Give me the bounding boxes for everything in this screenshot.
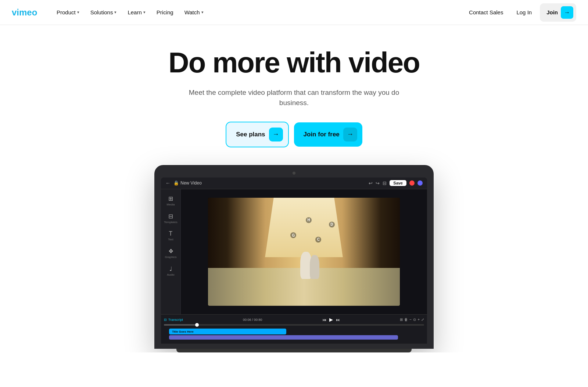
zoom-out-icon[interactable]: − — [409, 318, 412, 322]
nav-item-watch[interactable]: Watch ▾ — [179, 6, 209, 18]
annotation-h: H — [306, 217, 312, 223]
vimeo-logo[interactable]: vimeo — [12, 7, 41, 18]
editor-sidebar: ⊞ Media ⊟ Templates T Text — [161, 189, 181, 315]
split-icon[interactable]: ⊞ — [400, 318, 403, 322]
sidebar-tool-text[interactable]: T Text — [162, 228, 179, 243]
sidebar-tool-templates[interactable]: ⊟ Templates — [162, 211, 179, 226]
hero-buttons: See plans → Join for free → — [7, 122, 581, 147]
timeline-time: 00:06 / 00:80 — [243, 318, 262, 322]
toolbar-left: ← 🔒 New Video — [165, 180, 202, 186]
save-button[interactable]: Save — [390, 180, 406, 186]
svg-text:vimeo: vimeo — [12, 7, 37, 17]
nav-links: Product ▾ Solutions ▾ Learn ▾ Pricing Wa… — [51, 6, 464, 18]
annotation-g: G — [290, 232, 296, 238]
skip-back-icon[interactable]: ⏮ — [322, 318, 326, 322]
caption-icon[interactable]: ⊟ — [383, 180, 387, 186]
text-icon: T — [169, 230, 173, 237]
chevron-down-icon: ▾ — [114, 10, 116, 15]
nav-right: Contact Sales Log In Join → — [464, 3, 576, 22]
nav-item-learn[interactable]: Learn ▾ — [122, 6, 150, 18]
annotation-d: D — [329, 222, 335, 227]
sidebar-label: Audio — [167, 273, 174, 276]
templates-icon: ⊟ — [168, 213, 173, 220]
hero-subtitle: Meet the complete video platform that ca… — [184, 87, 404, 108]
editor-toolbar: ← 🔒 New Video ↩ ↪ ⊟ Save — [161, 178, 427, 189]
zoom-slider[interactable]: ⊙ — [413, 318, 416, 322]
laptop-body: ← 🔒 New Video ↩ ↪ ⊟ Save — [154, 165, 434, 349]
timeline-right-controls: ⊞ 🗑 − ⊙ + ⤢ — [400, 318, 424, 322]
video-track[interactable] — [169, 335, 398, 340]
laptop-foot — [176, 349, 412, 352]
see-plans-button[interactable]: See plans → — [226, 122, 288, 147]
delete-icon[interactable]: 🗑 — [404, 318, 408, 322]
chevron-down-icon: ▾ — [143, 10, 146, 15]
arrow-icon: → — [343, 128, 357, 141]
nav-item-solutions[interactable]: Solutions ▾ — [85, 6, 122, 18]
video-preview: H G D C — [208, 198, 400, 306]
laptop-screen: ← 🔒 New Video ↩ ↪ ⊟ Save — [161, 178, 427, 344]
editor-body: ⊞ Media ⊟ Templates T Text — [161, 189, 427, 315]
editor-main: H G D C — [181, 189, 427, 315]
transcript-label[interactable]: ⊟ Transcript — [164, 318, 183, 322]
chevron-down-icon: ▾ — [201, 10, 204, 15]
zoom-in-icon[interactable]: + — [417, 318, 420, 322]
nav-item-pricing[interactable]: Pricing — [151, 6, 179, 18]
laptop-wrapper: ← 🔒 New Video ↩ ↪ ⊟ Save — [154, 165, 434, 353]
join-free-button[interactable]: Join for free → — [294, 122, 362, 147]
sidebar-tool-media[interactable]: ⊞ Media — [162, 193, 179, 208]
editor-timeline: ⊟ Transcript 00:06 / 00:80 ⏮ ▶ ⏭ ⊞ — [161, 314, 427, 344]
media-icon: ⊞ — [168, 195, 173, 202]
lock-icon: 🔒 — [173, 180, 179, 186]
video-scene: H G D C — [208, 198, 400, 306]
play-button[interactable]: ▶ — [329, 317, 333, 322]
timeline-fill — [164, 324, 195, 326]
join-button[interactable]: Join → — [540, 3, 576, 22]
camera-row — [161, 172, 427, 175]
navbar: vimeo Product ▾ Solutions ▾ Learn ▾ Pric… — [0, 0, 588, 25]
login-link[interactable]: Log In — [511, 6, 537, 18]
chevron-down-icon: ▾ — [77, 10, 79, 15]
arrow-icon: → — [269, 128, 283, 141]
sidebar-label: Text — [168, 238, 173, 241]
timeline-controls: ⏮ ▶ ⏭ — [322, 317, 340, 322]
graphics-icon: ❖ — [168, 248, 173, 255]
sidebar-label: Templates — [164, 221, 177, 224]
join-arrow-icon: → — [561, 6, 573, 19]
audio-icon: ♩ — [169, 265, 172, 272]
annotation-c: C — [315, 237, 321, 243]
person-2 — [310, 255, 319, 279]
nav-item-product[interactable]: Product ▾ — [51, 6, 85, 18]
sidebar-tool-graphics[interactable]: ❖ Graphics — [162, 246, 179, 261]
caption-track[interactable]: Title Goes Here — [169, 329, 286, 334]
transcript-icon: ⊟ — [164, 318, 167, 322]
sidebar-label: Graphics — [165, 255, 176, 259]
toolbar-right: ↩ ↪ ⊟ Save — [369, 180, 423, 186]
webcam-dot — [293, 172, 295, 175]
sidebar-tool-audio[interactable]: ♩ Audio — [162, 263, 179, 279]
sidebar-label: Media — [167, 203, 175, 206]
timeline-top: ⊟ Transcript 00:06 / 00:80 ⏮ ▶ ⏭ ⊞ — [164, 317, 424, 322]
back-icon[interactable]: ← — [165, 180, 171, 186]
expand-icon[interactable]: ⤢ — [421, 318, 424, 322]
contact-sales-link[interactable]: Contact Sales — [464, 6, 508, 18]
redo-icon[interactable]: ↪ — [376, 180, 380, 186]
toolbar-title: 🔒 New Video — [173, 180, 202, 186]
share-button[interactable] — [417, 180, 423, 186]
laptop-base — [161, 344, 427, 349]
undo-icon[interactable]: ↩ — [369, 180, 373, 186]
record-button[interactable] — [409, 180, 415, 186]
skip-forward-icon[interactable]: ⏭ — [336, 318, 340, 322]
hero-title: Do more with video — [129, 47, 459, 79]
timeline-scrubber[interactable] — [164, 324, 424, 326]
playhead[interactable] — [195, 323, 199, 327]
hero-section: Do more with video Meet the complete vid… — [0, 25, 588, 352]
laptop-mockup: ← 🔒 New Video ↩ ↪ ⊟ Save — [7, 165, 581, 353]
